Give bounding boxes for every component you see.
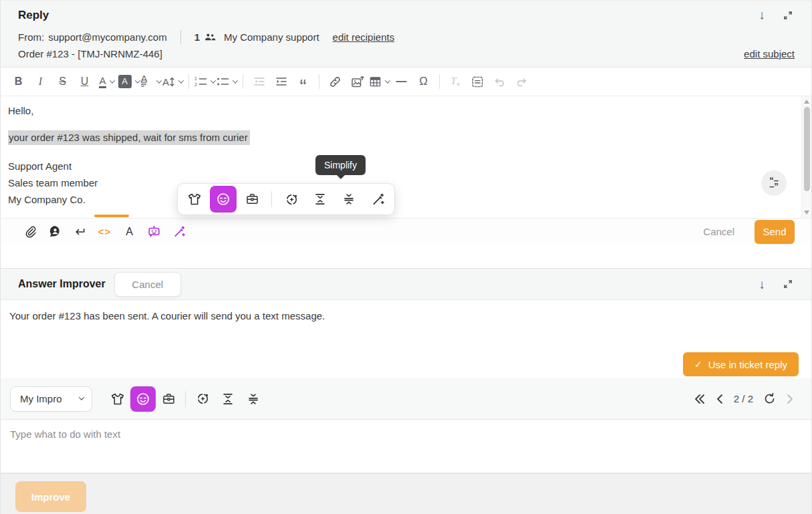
- professional-tone-button[interactable]: [239, 186, 265, 213]
- underline-button[interactable]: U: [74, 70, 96, 93]
- expand-icon: [783, 10, 793, 21]
- font-background-button[interactable]: A: [118, 70, 140, 93]
- friendly-tone-button[interactable]: [210, 186, 237, 213]
- reply-title: Reply: [18, 9, 49, 22]
- edit-recipients-link[interactable]: edit recipients: [333, 31, 395, 43]
- image-upload-icon: [351, 76, 364, 88]
- first-result-button[interactable]: [694, 394, 706, 404]
- insert-reply-button[interactable]: [67, 221, 92, 243]
- extend-text-button[interactable]: [215, 386, 241, 412]
- rich-text-toolbar: B I S U A A A A 1 2: [1, 68, 811, 96]
- expand-panel-button[interactable]: [781, 9, 795, 22]
- italic-button[interactable]: I: [29, 70, 51, 93]
- chevron-down-icon: [156, 78, 161, 83]
- improver-preset-select[interactable]: My Impro: [10, 386, 92, 412]
- scroll-down-arrow[interactable]: [804, 211, 809, 215]
- numbered-list-icon: 1 2: [194, 76, 207, 87]
- subject-text: Order #123 - [TMJ-NRNMZ-446]: [18, 48, 162, 59]
- casual-tone-button[interactable]: [181, 186, 208, 213]
- font-size-button[interactable]: A: [162, 70, 184, 93]
- quote-icon-bottom: –”: [769, 183, 779, 189]
- signature-line: Sales team member: [8, 174, 794, 191]
- blockquote-button[interactable]: “: [292, 70, 314, 93]
- remove-format-button[interactable]: T×: [444, 70, 466, 93]
- chevron-right-icon: [786, 394, 794, 404]
- strikethrough-button[interactable]: S: [51, 70, 74, 93]
- rephrase-button[interactable]: [190, 386, 215, 412]
- attach-file-button[interactable]: [18, 221, 43, 243]
- font-color-button[interactable]: A: [96, 70, 118, 93]
- ai-selection-toolbar: [177, 183, 395, 215]
- font-family-button[interactable]: A: [140, 70, 162, 93]
- improver-result-panel: Your order #123 has been sent. A courier…: [1, 300, 811, 378]
- extend-icon: [221, 392, 235, 406]
- send-button[interactable]: Send: [755, 220, 795, 244]
- simplify-icon: [342, 192, 356, 206]
- insert-table-button[interactable]: [368, 70, 390, 93]
- edit-subject-link[interactable]: edit subject: [744, 48, 795, 59]
- return-arrow-icon: [74, 226, 86, 238]
- canned-responses-button[interactable]: “– –”: [761, 170, 787, 196]
- double-chevron-left-icon: [694, 394, 706, 404]
- link-icon: [329, 76, 342, 88]
- table-icon: [369, 76, 382, 88]
- active-tab-indicator: [94, 215, 129, 217]
- extend-text-button[interactable]: [307, 186, 333, 213]
- friendly-tone-button[interactable]: [130, 386, 156, 412]
- editor-scrollbar[interactable]: [801, 96, 811, 218]
- numbered-list-button[interactable]: 1 2: [194, 70, 216, 93]
- insert-image-button[interactable]: [346, 70, 368, 93]
- collapse-panel-button[interactable]: ↓: [758, 7, 767, 23]
- horizontal-line-icon: —: [396, 76, 407, 88]
- collapse-improver-button[interactable]: ↓: [758, 277, 767, 292]
- source-code-button[interactable]: <>: [92, 221, 117, 243]
- reply-header: Reply ↓ From: support@mycompany.com 1: [1, 1, 811, 68]
- improver-pagination: 2 / 2: [694, 392, 794, 405]
- next-result-button[interactable]: [786, 394, 794, 404]
- tshirt-icon: [110, 392, 125, 406]
- compose-bar: <> A Cancel Send: [1, 218, 811, 245]
- indent-icon: [275, 76, 287, 87]
- regenerate-button[interactable]: [763, 392, 776, 405]
- text-format-button[interactable]: A: [117, 221, 142, 243]
- expand-improver-button[interactable]: [781, 277, 795, 291]
- custom-improve-button[interactable]: [364, 186, 391, 213]
- redo-button[interactable]: [511, 70, 533, 93]
- simplify-tooltip: Simplify: [315, 155, 366, 175]
- scrollbar-thumb[interactable]: [804, 107, 810, 191]
- previous-result-button[interactable]: [716, 394, 724, 404]
- link-button[interactable]: [324, 70, 346, 93]
- professional-tone-button[interactable]: [156, 386, 181, 412]
- select-all-button[interactable]: [466, 70, 489, 93]
- casual-tone-button[interactable]: [105, 386, 130, 412]
- horizontal-line-button[interactable]: —: [390, 70, 412, 93]
- signature-line: Support Agent: [8, 158, 794, 174]
- toolbar-separator: [188, 74, 189, 89]
- ai-improve-button[interactable]: [166, 221, 191, 243]
- undo-button[interactable]: [489, 70, 511, 93]
- bold-button[interactable]: B: [7, 70, 29, 93]
- remove-format-icon: T×: [450, 75, 460, 88]
- special-characters-button[interactable]: Ω: [412, 70, 434, 93]
- reply-editor[interactable]: Hello, your order #123 was shipped, wait…: [1, 96, 811, 218]
- indent-button[interactable]: [270, 70, 292, 93]
- improve-button[interactable]: Improve: [15, 481, 86, 512]
- strikethrough-icon: S: [59, 76, 66, 88]
- magic-wand-icon: [172, 225, 186, 239]
- improver-prompt-input[interactable]: [1, 420, 811, 473]
- improver-cancel-button[interactable]: Cancel: [114, 272, 181, 297]
- select-all-icon: [471, 76, 484, 88]
- use-in-ticket-reply-button[interactable]: ✓ Use in ticket reply: [683, 352, 799, 376]
- chevron-down-icon: [178, 78, 184, 83]
- outdent-button[interactable]: [248, 70, 270, 93]
- simplify-button[interactable]: [241, 386, 266, 412]
- toolbar-separator: [185, 391, 186, 407]
- ai-assistant-button[interactable]: [142, 221, 166, 243]
- cancel-reply-button[interactable]: Cancel: [703, 226, 734, 237]
- rephrase-button[interactable]: [278, 186, 305, 213]
- private-note-button[interactable]: [43, 221, 67, 243]
- simplify-button[interactable]: [335, 186, 362, 213]
- scroll-up-arrow[interactable]: [804, 100, 809, 104]
- bulleted-list-button[interactable]: [216, 70, 238, 93]
- omega-icon: Ω: [419, 75, 428, 88]
